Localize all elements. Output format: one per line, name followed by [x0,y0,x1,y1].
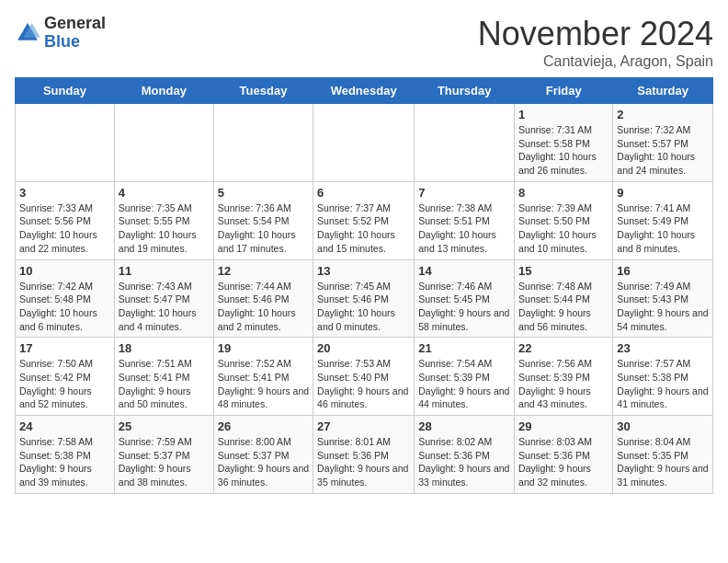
day-number: 28 [418,419,510,433]
day-info: Sunrise: 7:33 AM Sunset: 5:56 PM Dayligh… [19,201,110,256]
day-number: 16 [617,264,709,278]
calendar-cell: 10Sunrise: 7:42 AM Sunset: 5:48 PM Dayli… [16,259,115,338]
day-number: 21 [418,341,510,355]
day-number: 5 [218,186,309,200]
day-number: 15 [518,264,609,278]
day-number: 2 [617,108,709,121]
calendar-cell: 17Sunrise: 7:50 AM Sunset: 5:42 PM Dayli… [16,338,115,416]
day-number: 8 [518,186,609,200]
location-subtitle: Cantavieja, Aragon, Spain [478,53,713,70]
weekday-header: Saturday [613,78,713,104]
day-number: 22 [518,341,609,355]
month-title: November 2024 [478,15,713,53]
day-info: Sunrise: 7:37 AM Sunset: 5:52 PM Dayligh… [317,201,410,256]
weekday-header: Tuesday [213,78,313,104]
day-info: Sunrise: 7:45 AM Sunset: 5:46 PM Dayligh… [317,280,410,334]
calendar-cell: 4Sunrise: 7:35 AM Sunset: 5:55 PM Daylig… [114,181,213,259]
day-info: Sunrise: 7:53 AM Sunset: 5:40 PM Dayligh… [317,357,410,411]
day-number: 27 [317,419,410,433]
day-info: Sunrise: 7:39 AM Sunset: 5:50 PM Dayligh… [518,201,609,256]
day-number: 1 [518,108,609,121]
calendar-cell: 26Sunrise: 8:00 AM Sunset: 5:37 PM Dayli… [213,416,313,494]
calendar-cell: 14Sunrise: 7:46 AM Sunset: 5:45 PM Dayli… [415,259,515,338]
weekday-header: Thursday [415,78,515,104]
day-number: 9 [617,186,709,200]
weekday-header: Friday [515,78,613,104]
day-info: Sunrise: 7:38 AM Sunset: 5:51 PM Dayligh… [418,201,510,256]
day-number: 4 [119,186,210,200]
day-info: Sunrise: 7:43 AM Sunset: 5:47 PM Dayligh… [119,280,210,334]
day-number: 18 [119,341,210,355]
day-number: 10 [19,264,110,278]
day-number: 29 [518,419,609,433]
day-info: Sunrise: 7:42 AM Sunset: 5:48 PM Dayligh… [19,280,110,334]
weekday-header: Monday [114,78,213,104]
calendar-cell: 15Sunrise: 7:48 AM Sunset: 5:44 PM Dayli… [515,259,613,338]
day-number: 24 [19,419,110,433]
calendar-cell: 20Sunrise: 7:53 AM Sunset: 5:40 PM Dayli… [313,338,415,416]
day-info: Sunrise: 7:49 AM Sunset: 5:43 PM Dayligh… [617,280,709,334]
calendar-week-row: 24Sunrise: 7:58 AM Sunset: 5:38 PM Dayli… [16,416,713,494]
day-number: 7 [418,186,510,200]
calendar-cell: 24Sunrise: 7:58 AM Sunset: 5:38 PM Dayli… [16,416,115,494]
day-info: Sunrise: 7:59 AM Sunset: 5:37 PM Dayligh… [119,435,210,489]
calendar-cell: 21Sunrise: 7:54 AM Sunset: 5:39 PM Dayli… [415,338,515,416]
day-info: Sunrise: 7:36 AM Sunset: 5:54 PM Dayligh… [218,201,309,256]
calendar-cell [415,104,515,182]
day-info: Sunrise: 7:58 AM Sunset: 5:38 PM Dayligh… [19,435,110,489]
day-number: 20 [317,341,410,355]
day-number: 6 [317,186,410,200]
day-info: Sunrise: 7:44 AM Sunset: 5:46 PM Dayligh… [218,280,309,334]
day-info: Sunrise: 8:03 AM Sunset: 5:36 PM Dayligh… [518,435,609,489]
calendar-cell: 7Sunrise: 7:38 AM Sunset: 5:51 PM Daylig… [415,181,515,259]
calendar-cell: 27Sunrise: 8:01 AM Sunset: 5:36 PM Dayli… [313,416,415,494]
day-info: Sunrise: 7:32 AM Sunset: 5:57 PM Dayligh… [617,123,709,178]
day-info: Sunrise: 7:57 AM Sunset: 5:38 PM Dayligh… [617,357,709,411]
day-info: Sunrise: 7:56 AM Sunset: 5:39 PM Dayligh… [518,357,609,411]
calendar-cell: 25Sunrise: 7:59 AM Sunset: 5:37 PM Dayli… [114,416,213,494]
weekday-header: Wednesday [313,78,415,104]
day-number: 30 [617,419,709,433]
calendar-cell: 23Sunrise: 7:57 AM Sunset: 5:38 PM Dayli… [613,338,713,416]
calendar-cell: 8Sunrise: 7:39 AM Sunset: 5:50 PM Daylig… [515,181,613,259]
logo-icon [15,20,40,46]
calendar-cell: 12Sunrise: 7:44 AM Sunset: 5:46 PM Dayli… [213,259,313,338]
day-info: Sunrise: 7:31 AM Sunset: 5:58 PM Dayligh… [518,123,609,178]
day-number: 12 [218,264,309,278]
day-info: Sunrise: 7:46 AM Sunset: 5:45 PM Dayligh… [418,280,510,334]
calendar-cell: 18Sunrise: 7:51 AM Sunset: 5:41 PM Dayli… [114,338,213,416]
day-number: 19 [218,341,309,355]
day-info: Sunrise: 8:01 AM Sunset: 5:36 PM Dayligh… [317,435,410,489]
day-info: Sunrise: 8:00 AM Sunset: 5:37 PM Dayligh… [218,435,309,489]
day-number: 14 [418,264,510,278]
day-number: 17 [19,341,110,355]
calendar-cell: 6Sunrise: 7:37 AM Sunset: 5:52 PM Daylig… [313,181,415,259]
day-number: 11 [119,264,210,278]
calendar-cell: 22Sunrise: 7:56 AM Sunset: 5:39 PM Dayli… [515,338,613,416]
calendar-cell [114,104,213,182]
day-number: 26 [218,419,309,433]
calendar-week-row: 1Sunrise: 7:31 AM Sunset: 5:58 PM Daylig… [16,104,713,182]
calendar-week-row: 3Sunrise: 7:33 AM Sunset: 5:56 PM Daylig… [16,181,713,259]
calendar-cell [313,104,415,182]
day-info: Sunrise: 8:04 AM Sunset: 5:35 PM Dayligh… [617,435,709,489]
calendar-cell: 16Sunrise: 7:49 AM Sunset: 5:43 PM Dayli… [613,259,713,338]
calendar-cell: 1Sunrise: 7:31 AM Sunset: 5:58 PM Daylig… [515,104,613,182]
calendar-cell: 11Sunrise: 7:43 AM Sunset: 5:47 PM Dayli… [114,259,213,338]
calendar-cell: 5Sunrise: 7:36 AM Sunset: 5:54 PM Daylig… [213,181,313,259]
day-info: Sunrise: 7:51 AM Sunset: 5:41 PM Dayligh… [119,357,210,411]
day-info: Sunrise: 8:02 AM Sunset: 5:36 PM Dayligh… [418,435,510,489]
calendar-cell: 29Sunrise: 8:03 AM Sunset: 5:36 PM Dayli… [515,416,613,494]
logo: General Blue [15,15,106,52]
day-info: Sunrise: 7:35 AM Sunset: 5:55 PM Dayligh… [119,201,210,256]
calendar-cell: 9Sunrise: 7:41 AM Sunset: 5:49 PM Daylig… [613,181,713,259]
day-info: Sunrise: 7:52 AM Sunset: 5:41 PM Dayligh… [218,357,309,411]
day-number: 3 [19,186,110,200]
calendar-cell: 19Sunrise: 7:52 AM Sunset: 5:41 PM Dayli… [213,338,313,416]
day-info: Sunrise: 7:54 AM Sunset: 5:39 PM Dayligh… [418,357,510,411]
weekday-header: Sunday [16,78,115,104]
title-block: November 2024 Cantavieja, Aragon, Spain [478,15,713,70]
calendar-header-row: SundayMondayTuesdayWednesdayThursdayFrid… [16,78,713,104]
calendar-week-row: 17Sunrise: 7:50 AM Sunset: 5:42 PM Dayli… [16,338,713,416]
calendar-cell: 3Sunrise: 7:33 AM Sunset: 5:56 PM Daylig… [16,181,115,259]
